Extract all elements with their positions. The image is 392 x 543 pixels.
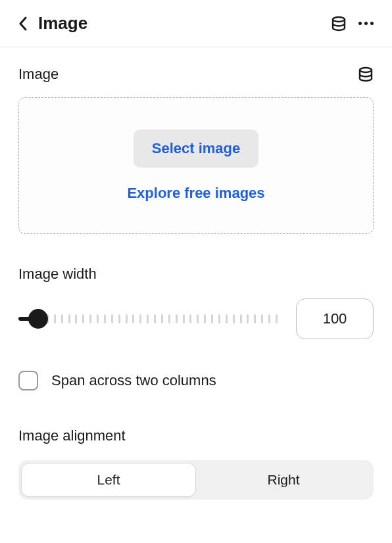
slider-thumb[interactable]	[28, 309, 48, 329]
image-width-label: Image width	[18, 266, 374, 283]
image-dropzone[interactable]: Select image Explore free images	[18, 97, 374, 234]
database-icon	[358, 66, 374, 82]
select-image-button[interactable]: Select image	[134, 130, 259, 168]
alignment-option-right[interactable]: Right	[196, 463, 371, 497]
image-width-slider[interactable]	[18, 309, 278, 329]
alignment-option-left[interactable]: Left	[21, 463, 196, 497]
more-icon-dot	[370, 22, 374, 25]
slider-ticks	[39, 314, 278, 323]
explore-free-images-link[interactable]: Explore free images	[127, 185, 264, 202]
chevron-left-icon	[18, 16, 28, 31]
more-button[interactable]	[358, 22, 374, 25]
svg-point-1	[360, 68, 372, 72]
more-icon-dot	[364, 22, 368, 25]
span-columns-checkbox[interactable]	[18, 371, 38, 390]
back-button[interactable]	[18, 16, 28, 31]
svg-point-0	[333, 17, 345, 22]
image-alignment-segmented: Left Right	[18, 460, 374, 500]
span-columns-row: Span across two columns	[18, 371, 374, 390]
panel-header: Image	[0, 0, 392, 47]
header-left: Image	[18, 13, 87, 34]
dynamic-source-button[interactable]	[331, 16, 347, 32]
span-columns-label: Span across two columns	[51, 372, 216, 389]
image-dynamic-source-button[interactable]	[358, 66, 374, 82]
image-width-row	[18, 298, 374, 339]
database-icon	[331, 16, 347, 32]
image-section-header: Image	[18, 66, 374, 83]
header-right	[331, 16, 374, 32]
panel-content: Image Select image Explore free images I…	[0, 47, 392, 500]
more-icon-dot	[358, 22, 362, 25]
image-width-input[interactable]	[296, 298, 374, 339]
panel-title: Image	[38, 13, 87, 34]
image-alignment-label: Image alignment	[18, 427, 374, 444]
image-section-label: Image	[18, 66, 59, 83]
